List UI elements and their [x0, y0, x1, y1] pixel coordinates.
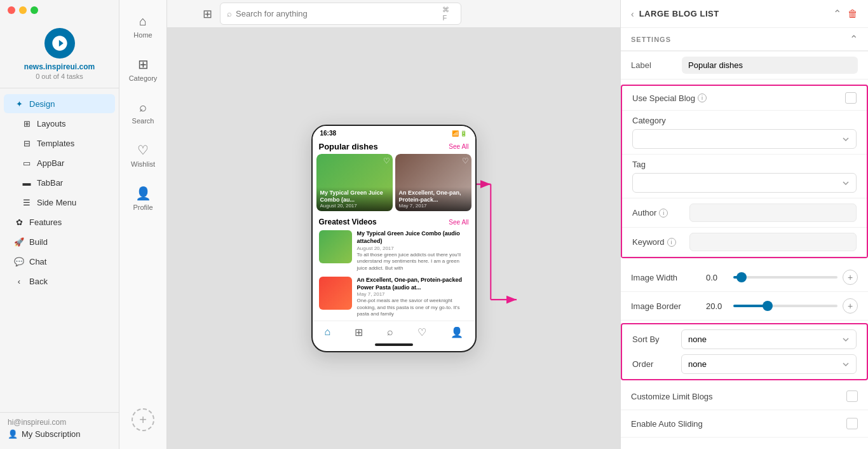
- image-width-thumb[interactable]: [736, 272, 747, 282]
- panel-delete-button[interactable]: 🗑: [848, 8, 858, 20]
- label-key: Label: [631, 60, 682, 70]
- sidebar-item-tabbar[interactable]: ▬ TabBar: [4, 173, 115, 192]
- sidebar-item-chat[interactable]: 💬 Chat: [4, 252, 115, 271]
- blog-card-title-1: My Typical Green Juice Combo (au...: [320, 190, 389, 204]
- phone-nav-home[interactable]: ⌂: [324, 326, 330, 338]
- image-width-slider[interactable]: [733, 276, 837, 279]
- customize-limit-label: Customize Limit Blogs: [631, 392, 846, 401]
- label-input[interactable]: [682, 57, 858, 74]
- label-row: Label: [621, 52, 868, 79]
- sidebar-item-build[interactable]: 🚀 Build: [4, 232, 115, 251]
- enable-auto-label: Enable Auto Sliding: [631, 419, 846, 429]
- phone-mockup: 16:38 📶 🔋 Popular dishes See All ♡ My Ty…: [311, 125, 477, 352]
- phone-nav-grid[interactable]: ⊞: [355, 326, 363, 338]
- heart-icon-1[interactable]: ♡: [383, 156, 390, 165]
- list-desc-1: To all those green juice addicts out the…: [357, 252, 469, 272]
- highlighted-top-section: Use Special Blog i Category Tag Author i: [621, 85, 868, 258]
- panel-collapse-button[interactable]: ⌃: [833, 8, 841, 20]
- search-bar[interactable]: ⌕ ⌘ F: [220, 3, 461, 25]
- blog-card-title-2: An Excellent, One-pan, Protein-pack...: [399, 190, 468, 204]
- middle-nav-add-button[interactable]: +: [132, 408, 154, 431]
- see-all-popular[interactable]: See All: [449, 143, 468, 150]
- image-border-thumb[interactable]: [763, 301, 773, 311]
- author-input[interactable]: [689, 204, 857, 222]
- window-control-minimize[interactable]: [19, 6, 27, 14]
- layouts-icon: ⊞: [22, 118, 32, 128]
- grid-icon[interactable]: ⊞: [203, 7, 212, 21]
- use-special-blog-info[interactable]: i: [698, 93, 707, 102]
- phone-nav-search[interactable]: ⌕: [387, 326, 393, 338]
- appbar-icon: ▭: [22, 158, 32, 168]
- phone-bottom-bar: ⌂ ⊞ ⌕ ♡ 👤: [313, 321, 475, 341]
- middle-nav-search[interactable]: ⌕ Search: [123, 93, 163, 131]
- sort-by-label: Sort By: [632, 335, 674, 344]
- sidebar-item-layouts[interactable]: ⊞ Layouts: [4, 114, 115, 133]
- image-border-slider[interactable]: [733, 305, 837, 307]
- list-date-2: May 7, 2017: [357, 291, 469, 297]
- settings-collapse-icon[interactable]: ⌃: [850, 33, 858, 45]
- right-panel: ‹ LARGE BLOG LIST ⌃ 🗑 SETTINGS ⌃ Label U…: [620, 0, 868, 449]
- phone-home-indicator: [375, 343, 413, 346]
- middle-nav-profile[interactable]: 👤 Profile: [123, 179, 163, 218]
- image-width-row: Image Width 0.0 +: [621, 263, 868, 292]
- phone-icons: 📶 🔋: [452, 130, 468, 137]
- sidebar-item-templates[interactable]: ⊟ Templates: [4, 134, 115, 153]
- tag-select[interactable]: [632, 173, 857, 193]
- list-item-2: An Excellent, One-pan, Protein-packed Po…: [313, 274, 475, 321]
- wp-logo[interactable]: [44, 28, 75, 59]
- middle-nav-wishlist[interactable]: ♡ Wishlist: [123, 136, 163, 174]
- list-title-2: An Excellent, One-pan, Protein-packed Po…: [357, 277, 469, 291]
- keyword-info[interactable]: i: [667, 238, 676, 247]
- preview-area: 16:38 📶 🔋 Popular dishes See All ♡ My Ty…: [167, 28, 620, 449]
- image-border-row: Image Border 20.0 +: [621, 292, 868, 321]
- tag-row: Tag: [622, 155, 867, 198]
- order-select[interactable]: none ASC DESC: [681, 354, 857, 374]
- window-control-close[interactable]: [8, 6, 15, 14]
- blog-grid: ♡ My Typical Green Juice Combo (au... Au…: [313, 154, 475, 215]
- enable-auto-row: Enable Auto Sliding: [621, 410, 868, 438]
- sort-by-select[interactable]: none date title modified: [681, 329, 857, 349]
- enable-auto-checkbox[interactable]: [846, 418, 858, 429]
- order-row: Order none ASC DESC: [632, 354, 857, 374]
- list-desc-2: One-pot meals are the savior of weeknigh…: [357, 298, 469, 317]
- see-all-videos[interactable]: See All: [449, 219, 468, 226]
- sidebar-item-design[interactable]: ✦ Design: [4, 94, 115, 113]
- author-label: Author i: [632, 208, 689, 218]
- phone-nav-user[interactable]: 👤: [451, 326, 463, 338]
- panel-back-button[interactable]: ‹: [631, 9, 634, 19]
- keyword-input[interactable]: [689, 233, 857, 251]
- keyword-label: Keyword i: [632, 237, 689, 247]
- tabbar-icon: ▬: [22, 177, 32, 188]
- customize-limit-checkbox[interactable]: [846, 390, 858, 402]
- middle-nav-category[interactable]: ⊞ Category: [123, 50, 163, 88]
- list-title-1: My Typical Green Juice Combo (audio atta…: [357, 230, 469, 245]
- sidebar-item-features[interactable]: ✿ Features: [4, 212, 115, 231]
- image-border-plus[interactable]: +: [843, 298, 858, 314]
- sort-by-row: Sort By none date title modified: [632, 329, 857, 349]
- subscription-icon: 👤: [8, 429, 18, 439]
- panel-title: LARGE BLOG LIST: [639, 9, 719, 18]
- popular-dishes-title: Popular dishes: [319, 142, 378, 151]
- sidebar-item-sidemenu[interactable]: ☰ Side Menu: [4, 193, 115, 212]
- sidebar-item-back[interactable]: ‹ Back: [4, 272, 115, 291]
- search-shortcut: ⌘ F: [442, 6, 454, 22]
- author-info[interactable]: i: [659, 209, 668, 218]
- blog-card-overlay-1: My Typical Green Juice Combo (au... Augu…: [316, 187, 393, 212]
- heart-icon-2[interactable]: ♡: [462, 156, 469, 165]
- use-special-blog-checkbox[interactable]: [845, 92, 857, 104]
- category-select[interactable]: [632, 129, 857, 149]
- user-email: hi@inspireui.com: [8, 418, 111, 427]
- image-width-plus[interactable]: +: [843, 270, 858, 285]
- window-control-maximize[interactable]: [31, 6, 38, 14]
- category-label: Category: [632, 116, 857, 125]
- sidebar-item-appbar[interactable]: ▭ AppBar: [4, 153, 115, 172]
- subscription-link[interactable]: 👤 My Subscription: [8, 429, 111, 439]
- settings-label: SETTINGS: [631, 36, 671, 43]
- phone-time: 16:38: [320, 130, 337, 137]
- phone-nav-heart[interactable]: ♡: [417, 326, 426, 338]
- middle-nav-home[interactable]: ⌂ Home: [123, 8, 163, 45]
- search-input[interactable]: [236, 9, 438, 18]
- image-border-label: Image Border: [631, 301, 701, 311]
- blog-card-2: ♡ An Excellent, One-pan, Protein-pack...…: [395, 154, 471, 211]
- category-icon: ⊞: [138, 57, 149, 72]
